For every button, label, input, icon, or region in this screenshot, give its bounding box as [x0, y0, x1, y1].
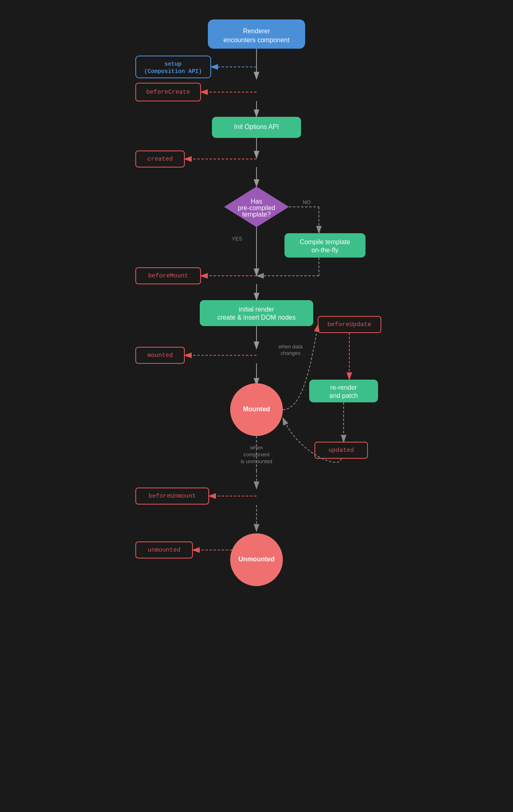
rerender-label1: re-render [330, 384, 357, 391]
renderer-label: Renderer [243, 28, 270, 34]
diamond-label1: Has [250, 198, 262, 205]
arrow-updated-to-mounted [283, 418, 341, 462]
when-data-label2: changes [280, 350, 301, 356]
compile-label2: on-the-fly [311, 247, 338, 253]
when-data-label1: when data [278, 344, 303, 350]
beforeupdate-label: beforeUpdate [327, 321, 371, 328]
compile-label1: Compile template [299, 238, 350, 245]
renderer-label2: encounters component [223, 37, 289, 43]
setup-label2: (Composition API) [144, 68, 202, 75]
init-options-label: Init Options API [234, 123, 278, 130]
initial-render-label2: create & insert DOM nodes [217, 314, 295, 321]
created-label: created [147, 156, 173, 163]
no-label: NO [303, 199, 311, 205]
beforemount-label: beforeMount [148, 273, 188, 279]
beforeunmount-label: beforeUnmount [148, 493, 196, 500]
updated-label: updated [328, 447, 354, 454]
diamond-label3: template? [242, 211, 270, 218]
yes-label: YES [232, 236, 242, 242]
unmounted-circle-label: Unmounted [238, 556, 274, 563]
diagram-container: Renderer encounters component setup (Com… [128, 0, 385, 812]
rerender-label2: and patch [329, 392, 357, 399]
initial-render-node [200, 300, 313, 326]
lifecycle-diagram: Renderer encounters component setup (Com… [128, 8, 385, 812]
setup-label1: setup [164, 61, 181, 67]
mounted-circle-label: Mounted [243, 406, 270, 412]
mounted-lifecycle-label: mounted [147, 352, 173, 359]
diamond-label2: pre-compiled [237, 204, 275, 211]
initial-render-label1: initial render [239, 306, 274, 313]
beforecreate-label: beforeCreate [146, 89, 190, 96]
unmounted-lifecycle-label: unmounted [147, 547, 180, 554]
